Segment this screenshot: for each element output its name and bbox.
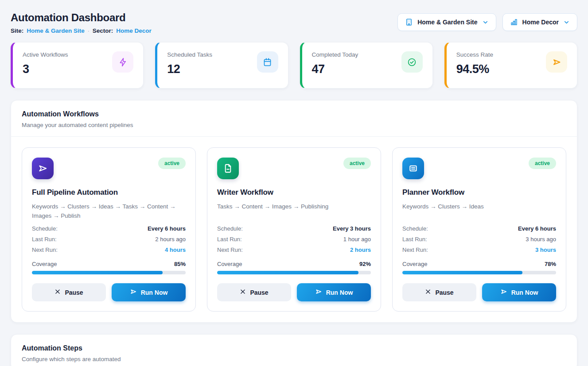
list-icon [402, 158, 424, 179]
pause-button-label: Pause [65, 289, 83, 296]
coverage-progress-bar [402, 271, 556, 274]
run-now-button-label: Run Now [141, 289, 168, 296]
schedule-value: Every 6 hours [148, 225, 186, 232]
stat-label: Completed Today [312, 51, 358, 58]
last-run-value: 3 hours ago [526, 236, 556, 243]
pause-button-label: Pause [435, 289, 453, 296]
next-run-label: Next Run: [32, 247, 58, 253]
send-icon [546, 51, 567, 73]
status-badge: active [529, 158, 556, 169]
workflow-card-planner: active Planner Workflow Keywords → Clust… [392, 147, 566, 312]
coverage-percent: 78% [545, 261, 556, 267]
stat-value: 3 [23, 62, 68, 76]
sector-selector-label: Home Decor [522, 19, 559, 26]
next-run-value: 3 hours [535, 247, 556, 253]
section-title: Automation Workflows [22, 110, 566, 118]
next-run-value: 4 hours [165, 247, 186, 253]
status-badge: active [158, 158, 186, 169]
section-title: Automation Steps [22, 344, 566, 352]
stat-card-scheduled-tasks: Scheduled Tasks 12 [155, 42, 288, 89]
coverage-percent: 92% [359, 261, 371, 267]
section-subtitle: Configure which steps are automated [22, 356, 566, 362]
last-run-value: 1 hour ago [343, 236, 371, 243]
zap-icon [112, 51, 133, 73]
pause-button-label: Pause [250, 289, 268, 296]
page-header: Automation Dashboard Site: Home & Garden… [11, 10, 577, 34]
send-icon [500, 288, 507, 297]
last-run-label: Last Run: [32, 236, 57, 243]
site-selector-label: Home & Garden Site [417, 19, 477, 26]
stats-row: Active Workflows 3 Scheduled Tasks 12 Co… [11, 42, 577, 89]
pause-button[interactable]: Pause [32, 283, 106, 301]
coverage-label: Coverage [32, 261, 57, 267]
workflow-grid: active Full Pipeline Automation Keywords… [22, 147, 566, 312]
schedule-label: Schedule: [217, 225, 243, 232]
building-icon [405, 18, 413, 26]
pause-button[interactable]: Pause [217, 283, 291, 301]
last-run-value: 2 hours ago [155, 236, 186, 243]
x-icon [55, 289, 61, 296]
stat-label: Success Rate [456, 51, 493, 58]
next-run-label: Next Run: [217, 247, 243, 253]
workflow-pipeline: Keywords → Clusters → Ideas → Tasks → Co… [32, 202, 186, 221]
site-label: Site: [11, 27, 23, 34]
workflow-pipeline: Keywords → Clusters → Ideas [402, 202, 556, 221]
send-icon [130, 288, 137, 297]
schedule-value: Every 3 hours [333, 225, 371, 232]
stat-card-success-rate: Success Rate 94.5% [444, 42, 577, 89]
send-icon [32, 158, 54, 179]
schedule-value: Every 6 hours [518, 225, 556, 232]
coverage-progress-bar [32, 271, 186, 274]
sector-selector-dropdown[interactable]: Home Decor [502, 13, 577, 31]
pause-button[interactable]: Pause [402, 283, 476, 301]
separator-dot: · [88, 28, 90, 34]
workflow-pipeline: Tasks → Content → Images → Publishing [217, 202, 371, 221]
x-icon [240, 289, 246, 296]
schedule-label: Schedule: [402, 225, 428, 232]
stat-label: Active Workflows [23, 51, 68, 58]
status-badge: active [343, 158, 371, 169]
sector-link[interactable]: Home Decor [116, 27, 152, 34]
file-text-icon [217, 158, 239, 179]
run-now-button-label: Run Now [511, 289, 538, 296]
send-icon [315, 288, 322, 297]
coverage-label: Coverage [402, 261, 427, 267]
run-now-button-label: Run Now [326, 289, 353, 296]
stat-label: Scheduled Tasks [167, 51, 212, 58]
x-icon [425, 289, 431, 296]
automation-workflows-section: Automation Workflows Manage your automat… [11, 100, 577, 323]
run-now-button[interactable]: Run Now [297, 283, 371, 301]
workflow-title: Full Pipeline Automation [32, 188, 186, 197]
last-run-label: Last Run: [217, 236, 242, 243]
site-selector-dropdown[interactable]: Home & Garden Site [397, 13, 496, 31]
stat-value: 47 [312, 62, 358, 76]
last-run-label: Last Run: [402, 236, 427, 243]
next-run-label: Next Run: [402, 247, 428, 253]
section-subtitle: Manage your automated content pipelines [22, 122, 566, 128]
chevron-down-icon [563, 19, 570, 26]
run-now-button[interactable]: Run Now [482, 283, 556, 301]
stat-value: 12 [167, 62, 212, 76]
stat-card-active-workflows: Active Workflows 3 [11, 42, 144, 89]
workflow-card-full-pipeline: active Full Pipeline Automation Keywords… [22, 147, 196, 312]
coverage-progress-bar [217, 271, 371, 274]
page-title: Automation Dashboard [11, 12, 152, 24]
calendar-icon [257, 51, 278, 73]
coverage-percent: 85% [174, 261, 186, 267]
schedule-label: Schedule: [32, 225, 58, 232]
automation-steps-section: Automation Steps Configure which steps a… [11, 334, 577, 366]
next-run-value: 2 hours [350, 247, 371, 253]
coverage-progress-fill [402, 271, 522, 274]
run-now-button[interactable]: Run Now [112, 283, 186, 301]
workflow-title: Writer Workflow [217, 188, 371, 197]
site-link[interactable]: Home & Garden Site [27, 27, 85, 34]
sector-label: Sector: [93, 27, 113, 34]
chevron-down-icon [482, 19, 489, 26]
workflow-card-writer: active Writer Workflow Tasks → Content →… [207, 147, 381, 312]
stat-value: 94.5% [456, 62, 493, 76]
bar-chart-icon [510, 18, 518, 26]
stat-card-completed-today: Completed Today 47 [300, 42, 433, 89]
coverage-progress-fill [32, 271, 163, 274]
section-head: Automation Workflows Manage your automat… [11, 100, 577, 137]
coverage-label: Coverage [217, 261, 242, 267]
